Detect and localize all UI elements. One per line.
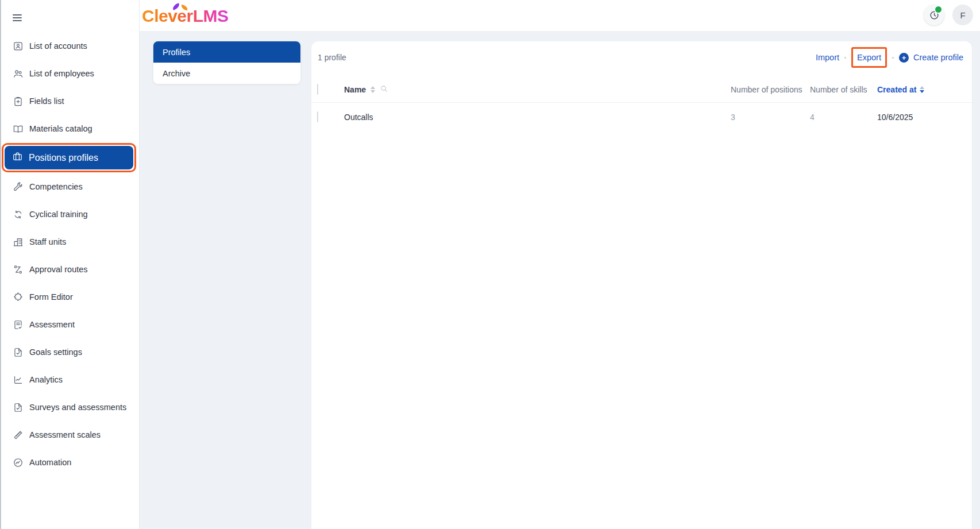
open-book-icon	[12, 123, 24, 134]
sort-icon-active	[920, 86, 924, 93]
sidebar-nav: List of accounts List of employees Field…	[0, 32, 139, 476]
plus-icon: +	[899, 53, 909, 63]
toolbar: 1 profile Import Export + Create profile	[311, 41, 972, 71]
sidebar-item-label: Staff units	[29, 237, 66, 246]
file-check-icon	[12, 346, 24, 358]
sidebar-item-label: Cyclical training	[29, 210, 88, 219]
tab-archive[interactable]: Archive	[153, 63, 300, 84]
sidebar-item-label: Analytics	[29, 375, 63, 384]
sidebar-item-label: Competencies	[29, 182, 83, 191]
file-check-icon	[12, 401, 24, 413]
sidebar-item-assessment-scales[interactable]: Assessment scales	[0, 421, 139, 449]
column-header-created-at[interactable]: Created at	[877, 85, 963, 94]
status-badge-dot	[934, 5, 943, 14]
profiles-card: 1 profile Import Export + Create profile…	[311, 41, 972, 529]
create-profile-label: Create profile	[913, 53, 963, 62]
subnav-panel: Profiles Archive	[153, 41, 300, 84]
sidebar-item-automation[interactable]: Automation	[0, 449, 139, 476]
recent-activity-button[interactable]	[924, 5, 944, 25]
cell-created-at: 10/6/2025	[877, 113, 963, 122]
select-all-checkbox[interactable]	[317, 84, 318, 95]
highlight-outline: Positions profiles	[2, 143, 136, 172]
route-nodes-icon	[12, 264, 24, 275]
gauge-icon	[12, 457, 24, 468]
sidebar-item-list-of-employees[interactable]: List of employees	[0, 60, 139, 87]
tab-archive-label: Archive	[163, 69, 190, 78]
sidebar-item-label: Goals settings	[29, 347, 82, 357]
sidebar-item-cyclical-training[interactable]: Cyclical training	[0, 200, 139, 228]
sidebar-item-goals-settings[interactable]: Goals settings	[0, 338, 139, 366]
puzzle-icon	[12, 291, 24, 303]
window-left-edge	[0, 0, 1, 529]
column-header-skills[interactable]: Number of skills	[810, 85, 877, 94]
sidebar-item-label: Materials catalog	[29, 124, 92, 133]
wrench-icon	[12, 181, 24, 192]
avatar-initial: F	[960, 10, 965, 20]
cell-profile-name[interactable]: Outcalls	[344, 113, 731, 122]
account-card-icon	[12, 40, 24, 52]
sidebar-item-fields-list[interactable]: Fields list	[0, 87, 139, 115]
line-chart-icon	[12, 374, 24, 385]
sidebar-item-surveys-and-assessments[interactable]: Surveys and assessments	[0, 393, 139, 421]
refresh-icon	[12, 208, 24, 220]
export-button[interactable]: Export	[857, 53, 881, 62]
sidebar-item-materials-catalog[interactable]: Materials catalog	[0, 115, 139, 142]
sidebar-item-competencies[interactable]: Competencies	[0, 173, 139, 200]
building-icon	[12, 236, 24, 248]
sidebar-item-positions-profiles[interactable]: Positions profiles	[5, 146, 133, 169]
sidebar-item-form-editor[interactable]: Form Editor	[0, 283, 139, 311]
column-header-positions[interactable]: Number of positions	[731, 85, 810, 94]
tab-profiles-label: Profiles	[163, 48, 190, 57]
briefcase-icon	[12, 151, 23, 164]
export-highlight-outline: Export	[851, 47, 887, 68]
sidebar-item-approval-routes[interactable]: Approval routes	[0, 256, 139, 283]
sidebar-item-label: Form Editor	[29, 292, 73, 302]
sidebar-item-label: List of accounts	[29, 41, 87, 51]
avatar[interactable]: F	[952, 5, 973, 25]
hamburger-menu-button[interactable]	[13, 11, 28, 24]
sidebar-item-label: List of employees	[29, 69, 94, 78]
create-profile-button[interactable]: + Create profile	[899, 53, 963, 63]
profile-count-label: 1 profile	[318, 53, 346, 62]
document-check-icon	[12, 319, 24, 330]
clipboard-plus-icon	[12, 95, 24, 107]
sidebar: List of accounts List of employees Field…	[0, 0, 140, 529]
sort-icon[interactable]	[371, 86, 375, 93]
cell-skills-count: 4	[810, 113, 877, 122]
toolbar-actions: Import Export + Create profile	[816, 47, 963, 68]
sidebar-item-staff-units[interactable]: Staff units	[0, 228, 139, 256]
sidebar-item-assessment[interactable]: Assessment	[0, 311, 139, 338]
people-icon	[12, 68, 24, 79]
sidebar-item-label: Surveys and assessments	[29, 403, 126, 412]
sidebar-item-label: Approval routes	[29, 265, 88, 274]
table-row[interactable]: Outcalls 3 4 10/6/2025	[311, 103, 972, 132]
app-window: CleverLMS F List of accounts	[0, 0, 980, 529]
tab-profiles[interactable]: Profiles	[153, 41, 300, 63]
sidebar-item-analytics[interactable]: Analytics	[0, 366, 139, 393]
separator-dot	[844, 57, 846, 59]
cell-positions-count: 3	[731, 113, 810, 122]
column-header-name[interactable]: Name	[344, 85, 366, 94]
sidebar-item-list-of-accounts[interactable]: List of accounts	[0, 32, 139, 60]
table-header-row: Name Number of positions Number of skill…	[311, 77, 972, 103]
column-header-created-at-label: Created at	[877, 85, 916, 94]
sidebar-item-label: Fields list	[29, 96, 64, 106]
sidebar-item-label: Assessment scales	[29, 430, 101, 439]
sidebar-item-label: Positions profiles	[29, 153, 98, 163]
sidebar-item-label: Automation	[29, 458, 71, 467]
row-checkbox[interactable]	[317, 111, 318, 122]
search-icon[interactable]	[380, 84, 388, 95]
separator-dot	[892, 57, 894, 59]
import-button[interactable]: Import	[816, 53, 839, 62]
ruler-icon	[12, 429, 24, 441]
sidebar-item-label: Assessment	[29, 320, 75, 329]
